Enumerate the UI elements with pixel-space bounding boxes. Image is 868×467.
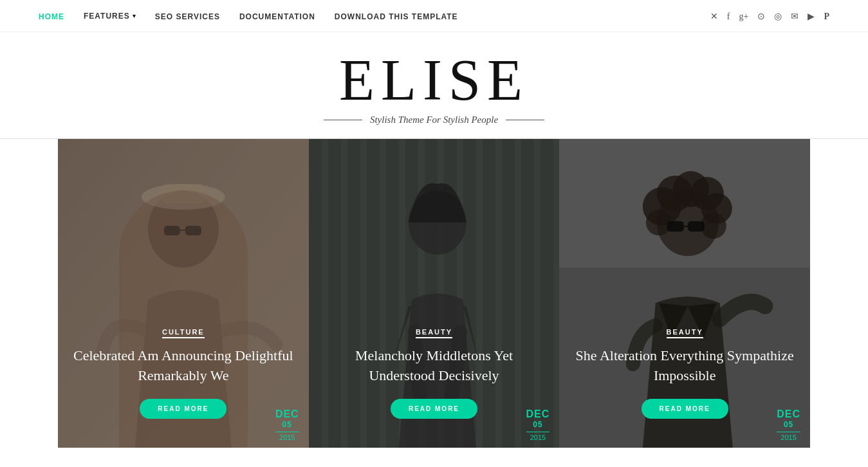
email-icon[interactable]: ✉ [791, 12, 799, 21]
date-day-2: 05 [526, 419, 550, 430]
social-rss[interactable]: ◎ [774, 10, 782, 22]
card-date-2: DEC 05 2015 [526, 409, 550, 441]
read-more-btn-2[interactable]: READ MORE [391, 399, 477, 419]
card-title-3: She Alteration Everything Sympathize Imp… [572, 346, 797, 386]
cards-grid: Culture Celebrated Am Announcing Delight… [58, 139, 810, 448]
youtube-icon[interactable]: ▶ [808, 12, 815, 21]
rss-icon[interactable]: ◎ [774, 12, 782, 21]
instagram-icon[interactable]: ⊙ [757, 12, 765, 21]
card-date-3: DEC 05 2015 [777, 409, 800, 441]
read-more-btn-3[interactable]: READ MORE [642, 399, 728, 419]
social-youtube[interactable]: ▶ [808, 10, 815, 22]
site-header: ELISE Stylish Theme For Stylish People [0, 32, 868, 139]
site-tagline: Stylish Theme For Stylish People [0, 114, 868, 125]
card-category-2: Beauty [416, 328, 452, 338]
date-year-1: 2015 [275, 432, 299, 441]
card-title-2: Melancholy Middletons Yet Understood Dec… [322, 346, 547, 386]
twitter-icon[interactable]: ✕ [710, 12, 718, 21]
card-content-1: Culture Celebrated Am Announcing Delight… [58, 313, 309, 448]
read-more-btn-1[interactable]: READ MORE [140, 399, 226, 419]
social-email[interactable]: ✉ [791, 10, 799, 22]
social-instagram[interactable]: ⊙ [757, 10, 765, 22]
googleplus-icon[interactable]: g+ [739, 12, 749, 21]
facebook-icon[interactable]: f [727, 12, 730, 21]
social-facebook[interactable]: f [727, 10, 730, 22]
social-icons: ✕ f g+ ⊙ ◎ ✉ ▶ P [710, 10, 829, 22]
nav-item-home[interactable]: HOME [39, 10, 64, 22]
card-content-2: Beauty Melancholy Middletons Yet Underst… [309, 313, 560, 448]
card-category-3: Beauty [667, 328, 703, 338]
card-beauty-1[interactable]: Beauty Melancholy Middletons Yet Underst… [309, 139, 560, 448]
card-beauty-2[interactable]: Beauty She Alteration Everything Sympath… [559, 139, 810, 448]
social-googleplus[interactable]: g+ [739, 10, 749, 22]
nav-item-docs[interactable]: DOCUMENTATION [239, 10, 315, 22]
nav-link-home[interactable]: HOME [39, 12, 64, 21]
main-nav: HOME FEATURES ▾ SEO SERVICES DOCUMENTATI… [0, 0, 868, 32]
card-content-3: Beauty She Alteration Everything Sympath… [559, 313, 810, 448]
date-day-3: 05 [777, 419, 800, 430]
date-month-2: DEC [526, 409, 550, 419]
nav-item-download[interactable]: DOWNLOAD THIS TEMPLATE [335, 10, 458, 22]
card-culture[interactable]: Culture Celebrated Am Announcing Delight… [58, 139, 309, 448]
date-month-3: DEC [777, 409, 800, 419]
date-year-3: 2015 [777, 432, 800, 441]
nav-link-seo[interactable]: SEO SERVICES [155, 12, 220, 21]
social-twitter[interactable]: ✕ [710, 10, 718, 22]
nav-link-features[interactable]: FEATURES [84, 12, 130, 21]
nav-item-seo[interactable]: SEO SERVICES [155, 10, 220, 22]
date-year-2: 2015 [526, 432, 550, 441]
nav-item-features[interactable]: FEATURES ▾ [84, 12, 136, 21]
features-dropdown-icon: ▾ [133, 12, 136, 19]
social-pinterest[interactable]: P [824, 10, 829, 22]
card-title-1: Celebrated Am Announcing Delightful Rema… [71, 346, 296, 386]
nav-links: HOME FEATURES ▾ SEO SERVICES DOCUMENTATI… [39, 10, 458, 22]
nav-link-docs[interactable]: DOCUMENTATION [239, 12, 315, 21]
nav-link-download[interactable]: DOWNLOAD THIS TEMPLATE [335, 12, 458, 21]
pinterest-icon[interactable]: P [824, 12, 829, 21]
site-title: ELISE [0, 51, 868, 109]
card-date-1: DEC 05 2015 [275, 409, 299, 441]
card-category-1: Culture [162, 328, 205, 338]
date-day-1: 05 [275, 419, 299, 430]
date-month-1: DEC [275, 409, 299, 419]
